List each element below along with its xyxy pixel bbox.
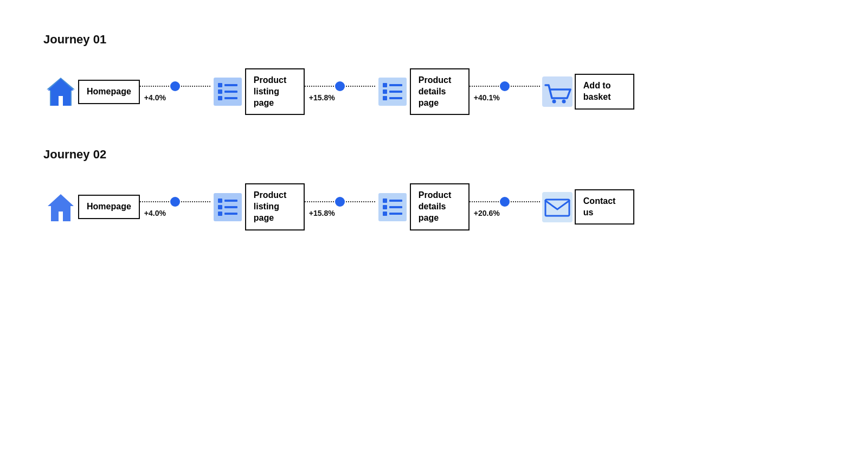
blue-dot-1-j2 (170, 197, 180, 207)
svg-rect-33 (383, 212, 387, 216)
step-listing-j2: Product listing page (210, 183, 305, 230)
journey-01-flow: Homepage +4.0% (43, 68, 825, 115)
listing-icon-j2 (210, 190, 245, 225)
svg-marker-2 (48, 79, 74, 106)
svg-rect-32 (389, 206, 402, 208)
home-icon-j1 (43, 74, 78, 109)
svg-rect-5 (224, 84, 237, 86)
svg-rect-15 (383, 96, 387, 100)
blue-dot-2-j1 (335, 81, 345, 91)
dotted-line-2-j2 (305, 201, 334, 202)
journey-01-title: Journey 01 (43, 33, 825, 47)
details-icon-j1 (375, 74, 410, 109)
percent-1-j2: +4.0% (140, 209, 166, 217)
journey-01-section: Journey 01 Homepage (43, 33, 825, 115)
dotted-line-3b-j1 (511, 86, 540, 87)
svg-rect-31 (383, 205, 387, 209)
add-to-basket-label-j1: Add to basket (575, 74, 634, 110)
dotted-line-2b-j1 (346, 86, 375, 87)
page-container: Journey 01 Homepage (0, 0, 868, 296)
journey-02-section: Journey 02 Homepage +4.0% (43, 148, 825, 230)
connector-3-j2: +20.6% (470, 197, 540, 217)
step-details-j2: Product details page (375, 183, 470, 230)
contact-us-label-j2: Contact us (575, 189, 634, 225)
connector-2-j1: +15.8% (305, 81, 375, 102)
percent-3-j1: +40.1% (470, 93, 500, 102)
svg-rect-6 (218, 89, 222, 94)
step-homepage-j2: Homepage (43, 190, 140, 225)
homepage-label-j2: Homepage (78, 195, 140, 219)
blue-dot-3-j1 (500, 81, 510, 91)
dotted-line-1-j1 (140, 86, 169, 87)
connector-1-j1: +4.0% (140, 81, 210, 102)
step-listing-j1: Product listing page (210, 68, 305, 115)
journey-02-title: Journey 02 (43, 148, 825, 162)
envelope-icon-j2 (540, 190, 575, 225)
step-details-j1: Product details page (375, 68, 470, 115)
percent-2-j1: +15.8% (305, 93, 335, 102)
step-contact-j2: Contact us (540, 189, 634, 225)
svg-rect-26 (218, 212, 222, 216)
svg-rect-4 (218, 83, 222, 87)
dotted-line-3-j1 (470, 86, 499, 87)
dotted-line-1b-j2 (181, 201, 210, 202)
dotted-line-1-j2 (140, 201, 169, 202)
step-homepage-j1: Homepage (43, 74, 140, 109)
svg-rect-35 (542, 192, 573, 222)
svg-rect-22 (218, 198, 222, 203)
connector-1-j2: +4.0% (140, 197, 210, 217)
listing-icon-j1 (210, 74, 245, 109)
product-details-label-j1: Product details page (410, 68, 470, 115)
blue-dot-1-j1 (170, 81, 180, 91)
svg-point-18 (552, 100, 556, 104)
connector-3-j1: +40.1% (470, 81, 540, 102)
svg-rect-29 (383, 198, 387, 203)
homepage-label-j1: Homepage (78, 80, 140, 104)
percent-2-j2: +15.8% (305, 209, 335, 217)
cart-icon-j1 (540, 74, 575, 109)
svg-rect-24 (218, 205, 222, 209)
svg-rect-14 (389, 91, 402, 93)
svg-rect-30 (389, 200, 402, 202)
percent-3-j2: +20.6% (470, 209, 500, 217)
step-cart-j1: Add to basket (540, 74, 634, 110)
svg-rect-13 (383, 89, 387, 94)
svg-rect-23 (224, 200, 237, 202)
blue-dot-3-j2 (500, 197, 510, 207)
details-icon-j2 (375, 190, 410, 225)
svg-rect-8 (218, 96, 222, 100)
svg-rect-9 (224, 97, 237, 99)
journey-02-flow: Homepage +4.0% (43, 183, 825, 230)
dotted-line-1b-j1 (181, 86, 210, 87)
svg-rect-17 (542, 76, 573, 107)
home-icon-j2 (43, 190, 78, 225)
product-listing-label-j1: Product listing page (245, 68, 305, 115)
dotted-line-2-j1 (305, 86, 334, 87)
connector-2-j2: +15.8% (305, 197, 375, 217)
svg-rect-34 (389, 213, 402, 215)
svg-rect-27 (224, 213, 237, 215)
blue-dot-2-j2 (335, 197, 345, 207)
dotted-line-3-j2 (470, 201, 499, 202)
product-listing-label-j2: Product listing page (245, 183, 305, 230)
svg-rect-16 (389, 97, 402, 99)
svg-rect-12 (389, 84, 402, 86)
svg-point-19 (562, 100, 565, 104)
svg-rect-7 (224, 91, 237, 93)
svg-rect-25 (224, 206, 237, 208)
svg-marker-20 (48, 194, 74, 221)
dotted-line-3b-j2 (511, 201, 540, 202)
percent-1-j1: +4.0% (140, 93, 166, 102)
product-details-label-j2: Product details page (410, 183, 470, 230)
svg-rect-11 (383, 83, 387, 87)
dotted-line-2b-j2 (346, 201, 375, 202)
